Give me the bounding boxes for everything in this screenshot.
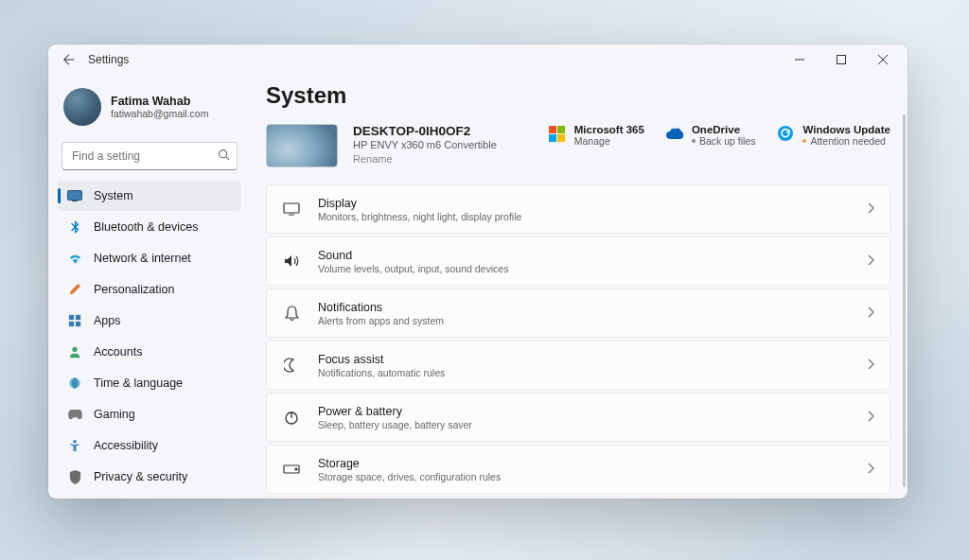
settings-window: Settings Fatima Wahab fatiwahab@gmail.co… [48,44,907,499]
network-icon [67,251,82,266]
main-content: System DESKTOP-0IH0OF2 HP ENVY x360 m6 C… [247,75,907,499]
bluetooth-icon [67,219,82,235]
search-wrap [62,142,238,170]
sidebar-item-privacy[interactable]: Privacy & security [58,462,241,492]
device-model: HP ENVY x360 m6 Convertible [353,139,497,150]
sidebar-item-network[interactable]: Network & internet [58,243,241,273]
time-icon [67,376,82,391]
accessibility-icon [67,438,82,453]
sidebar-item-update[interactable]: Windows Update [58,493,241,499]
sidebar-item-accounts[interactable]: Accounts [58,337,241,367]
svg-point-10 [73,440,77,444]
back-button[interactable] [56,46,82,73]
sidebar-item-label: Privacy & security [94,470,187,483]
minimize-button[interactable] [779,45,820,74]
status-title: OneDrive [692,124,756,135]
storage-icon [282,464,301,474]
device-name: DESKTOP-0IH0OF2 [353,124,497,138]
svg-point-1 [220,150,227,158]
profile-block[interactable]: Fatima Wahab fatiwahab@gmail.com [58,84,241,135]
sidebar-item-gaming[interactable]: Gaming [58,399,241,429]
scrollbar[interactable] [903,114,906,487]
card-notifications[interactable]: Notifications Alerts from apps and syste… [266,289,890,338]
avatar [63,88,101,126]
svg-rect-7 [76,322,80,326]
status-sub: Manage [574,135,644,147]
device-thumbnail[interactable] [266,124,338,167]
card-sub: Alerts from apps and system [318,315,850,326]
sidebar-item-accessibility[interactable]: Accessibility [58,430,241,461]
card-storage[interactable]: Storage Storage space, drives, configura… [266,445,890,494]
status-group: Microsoft 365 Manage OneDrive Back up fi… [548,124,890,147]
card-sub: Notifications, automatic rules [318,367,850,378]
card-sub: Volume levels, output, input, sound devi… [318,263,850,274]
personalization-icon [67,282,82,297]
ms365-icon [548,124,567,143]
sound-icon [282,254,301,269]
card-title: Notifications [318,301,850,314]
card-sound[interactable]: Sound Volume levels, output, input, soun… [266,236,890,286]
rename-link[interactable]: Rename [353,153,497,165]
close-button[interactable] [862,45,904,74]
sidebar-item-label: Network & internet [94,252,191,265]
display-icon [282,202,301,216]
status-windows-update[interactable]: Windows Update Attention needed [776,124,890,147]
card-title: Sound [318,249,850,262]
search-input[interactable] [62,142,238,170]
card-title: Power & battery [318,405,850,418]
svg-rect-4 [69,315,74,320]
status-title: Microsoft 365 [574,124,644,135]
sidebar-item-system[interactable]: System [58,181,241,211]
notifications-icon [282,306,301,322]
svg-point-15 [295,468,297,470]
close-icon [878,55,888,64]
window-body: Fatima Wahab fatiwahab@gmail.com System [48,75,907,499]
device-row: DESKTOP-0IH0OF2 HP ENVY x360 m6 Converti… [266,124,890,167]
sidebar-item-time[interactable]: Time & language [58,368,241,398]
card-focus-assist[interactable]: Focus assist Notifications, automatic ru… [266,341,890,390]
card-sub: Monitors, brightness, night light, displ… [318,211,850,222]
minimize-icon [795,55,804,64]
chevron-right-icon [867,253,874,270]
window-controls [779,45,904,74]
card-sub: Sleep, battery usage, battery saver [318,419,850,430]
sidebar-item-personalization[interactable]: Personalization [58,274,241,305]
card-nearby-sharing[interactable]: Nearby sharing Discoverability, received… [266,497,890,499]
sidebar-item-bluetooth[interactable]: Bluetooth & devices [58,212,241,242]
window-title: Settings [88,53,129,66]
status-title: Windows Update [802,124,890,135]
profile-email: fatiwahab@gmail.com [111,108,208,119]
svg-rect-0 [837,56,846,64]
power-icon [282,410,301,425]
svg-rect-6 [69,322,74,326]
profile-name: Fatima Wahab [111,95,208,108]
card-title: Storage [318,457,850,470]
search-icon [218,148,230,165]
chevron-right-icon [867,357,874,374]
gaming-icon [67,407,82,422]
card-title: Display [318,197,850,210]
windows-update-icon [776,124,795,143]
status-sub: Back up files [692,135,756,147]
svg-point-11 [778,126,793,141]
sidebar-item-apps[interactable]: Apps [58,306,241,336]
status-ms365[interactable]: Microsoft 365 Manage [548,124,644,147]
settings-cards: Display Monitors, brightness, night ligh… [266,184,890,499]
sidebar: Fatima Wahab fatiwahab@gmail.com System [48,75,247,499]
sidebar-item-label: Gaming [94,408,135,421]
privacy-icon [67,469,82,484]
svg-rect-3 [72,201,78,201]
card-display[interactable]: Display Monitors, brightness, night ligh… [266,184,890,234]
svg-point-8 [72,347,77,352]
titlebar: Settings [48,44,907,75]
apps-icon [67,313,82,328]
sidebar-item-label: Accessibility [94,439,158,452]
maximize-button[interactable] [820,45,862,74]
svg-rect-12 [284,203,299,213]
maximize-icon [837,55,846,64]
system-icon [67,188,82,203]
chevron-right-icon [867,305,874,322]
status-onedrive[interactable]: OneDrive Back up files [665,124,756,147]
accounts-icon [67,344,82,359]
card-power[interactable]: Power & battery Sleep, battery usage, ba… [266,393,890,442]
